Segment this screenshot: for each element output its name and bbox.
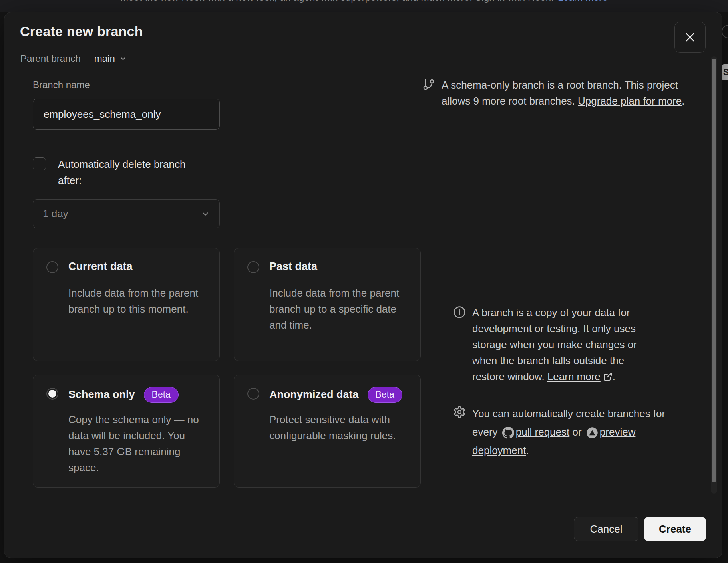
parent-branch-select[interactable]: main xyxy=(94,53,127,64)
footer-divider xyxy=(4,496,722,496)
ttl-selected-value: 1 day xyxy=(43,208,68,220)
option-card-anonymized-data[interactable]: Anonymized data Beta Protect sensitive d… xyxy=(234,375,421,488)
radio-anonymized-data[interactable] xyxy=(247,388,259,400)
branch-info-note: A branch is a copy of your data for deve… xyxy=(472,305,650,385)
parent-branch-value: main xyxy=(94,53,115,64)
background-avatar-sliver xyxy=(722,25,728,38)
info-icon xyxy=(453,306,466,319)
external-link-icon xyxy=(603,372,613,381)
cancel-button[interactable]: Cancel xyxy=(574,517,638,541)
option-description: Copy the schema only — no data will be i… xyxy=(68,412,203,476)
page-title: Create new branch xyxy=(20,24,143,39)
branch-name-input[interactable] xyxy=(33,99,220,130)
auto-delete-checkbox[interactable] xyxy=(33,157,46,170)
learn-more-link[interactable]: Learn more xyxy=(547,371,601,383)
scrollbar-thumb[interactable] xyxy=(712,59,716,482)
upgrade-plan-link[interactable]: Upgrade plan for more xyxy=(578,95,682,107)
create-branch-dialog: Create new branch Parent branch main Bra… xyxy=(4,12,722,558)
branch-name-label: Branch name xyxy=(33,79,90,91)
vercel-icon xyxy=(586,427,598,439)
option-title: Past data xyxy=(269,260,317,273)
radio-schema-only[interactable] xyxy=(46,388,58,400)
option-description: Include data from the parent branch up t… xyxy=(68,285,203,317)
close-icon xyxy=(684,31,696,44)
option-description: Include data from the parent branch up t… xyxy=(269,285,404,333)
create-button[interactable]: Create xyxy=(644,517,706,541)
option-card-current-data[interactable]: Current data Include data from the paren… xyxy=(33,248,220,361)
radio-past-data[interactable] xyxy=(247,261,259,273)
option-title: Anonymized data xyxy=(269,389,359,401)
option-card-past-data[interactable]: Past data Include data from the parent b… xyxy=(234,248,421,361)
gear-icon xyxy=(453,406,466,418)
option-description: Protect sensitive data with configurable… xyxy=(269,412,404,444)
banner-learn-more-link[interactable]: Learn more xyxy=(558,0,608,3)
radio-current-data[interactable] xyxy=(46,261,58,273)
option-card-schema-only[interactable]: Schema only Beta Copy the schema only — … xyxy=(33,375,220,488)
schema-only-note: A schema-only branch is a root branch. T… xyxy=(442,77,701,109)
scrollbar-track[interactable] xyxy=(711,56,717,494)
option-title: Current data xyxy=(68,260,133,273)
promo-banner: Meet the new Neon with a new look, an ag… xyxy=(0,0,728,12)
github-icon xyxy=(502,427,514,439)
parent-branch-row: Parent branch main xyxy=(20,53,127,64)
close-button[interactable] xyxy=(674,22,706,53)
chevron-down-icon xyxy=(201,210,210,218)
auto-delete-row: Automatically delete branch after: xyxy=(33,156,201,189)
promo-banner-text: Meet the new Neon with a new look, an ag… xyxy=(120,0,608,3)
option-title: Schema only xyxy=(68,389,135,401)
branch-icon xyxy=(422,78,435,91)
parent-branch-label: Parent branch xyxy=(20,53,81,64)
pull-request-link[interactable]: pull request xyxy=(516,426,569,438)
beta-badge: Beta xyxy=(368,387,402,403)
chevron-down-icon xyxy=(119,55,127,63)
automation-note: You can automatically create branches fo… xyxy=(472,404,668,460)
ttl-select[interactable]: 1 day xyxy=(33,199,220,228)
background-badge-sliver: S xyxy=(722,64,728,80)
beta-badge: Beta xyxy=(144,387,179,403)
auto-delete-label: Automatically delete branch after: xyxy=(58,156,201,189)
